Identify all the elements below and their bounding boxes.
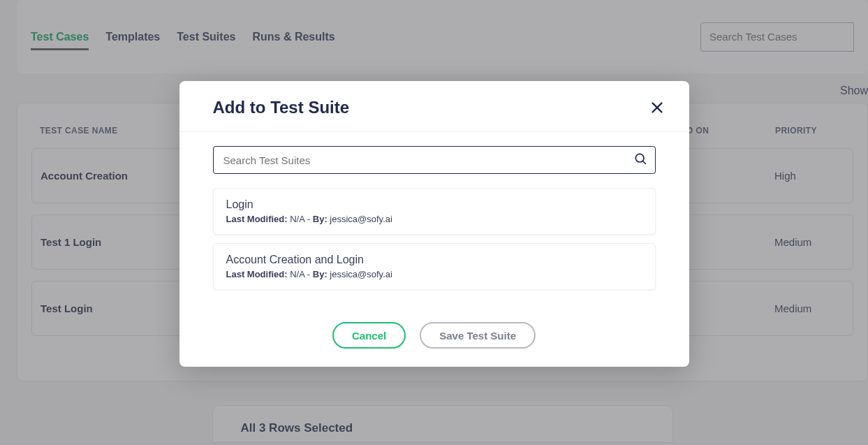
cancel-button[interactable]: Cancel [332,322,406,349]
add-to-suite-modal: Add to Test Suite Login Last Modified: N… [179,81,689,367]
save-test-suite-button[interactable]: Save Test Suite [420,322,536,349]
svg-line-3 [642,161,645,164]
search-icon [633,152,647,168]
suite-item[interactable]: Account Creation and Login Last Modified… [213,243,656,290]
suite-name: Account Creation and Login [226,254,642,266]
close-icon [649,100,665,115]
suite-meta: Last Modified: N/A - By: jessica@sofy.ai [226,269,642,279]
suite-item[interactable]: Login Last Modified: N/A - By: jessica@s… [213,188,656,235]
modal-title: Add to Test Suite [213,98,350,117]
suite-name: Login [226,198,642,211]
close-button[interactable] [647,98,667,117]
suite-meta: Last Modified: N/A - By: jessica@sofy.ai [226,214,642,224]
suite-search-input[interactable] [213,146,656,174]
modal-overlay: Add to Test Suite Login Last Modified: N… [0,0,868,445]
